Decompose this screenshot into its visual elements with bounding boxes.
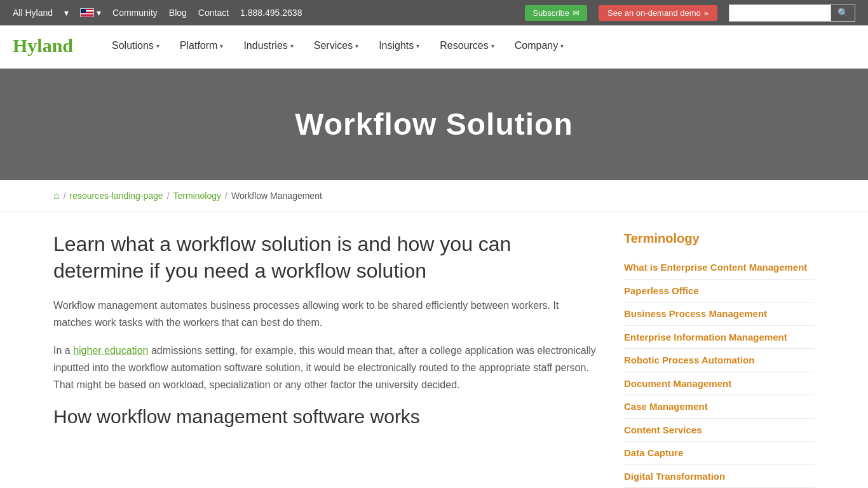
breadcrumb-home-link[interactable]: ⌂ (53, 190, 60, 201)
chevron-down-icon: ▾ (560, 43, 564, 50)
nav-insights[interactable]: Insights ▾ (369, 25, 430, 68)
breadcrumb-separator: / (167, 191, 170, 201)
community-link[interactable]: Community (112, 8, 158, 18)
content-area: Learn what a workflow solution is and ho… (0, 212, 868, 488)
breadcrumb-resources-link[interactable]: resources-landing-page (70, 191, 163, 201)
sidebar-link-rpa[interactable]: Robotic Process Automation (624, 349, 815, 372)
chevron-down-icon: ▾ (416, 43, 419, 50)
nav-platform[interactable]: Platform ▾ (170, 25, 234, 68)
nav-resources[interactable]: Resources ▾ (430, 25, 504, 68)
arrow-icon: » (704, 8, 709, 18)
home-icon: ⌂ (53, 190, 60, 201)
blog-link[interactable]: Blog (169, 8, 187, 18)
sidebar: Terminology What is Enterprise Content M… (624, 231, 815, 488)
chevron-down-icon: ▾ (355, 43, 358, 50)
breadcrumb: ⌂ / resources-landing-page / Terminology… (0, 180, 868, 212)
article-intro: Workflow management automates business p… (53, 297, 599, 331)
breadcrumb-current: Workflow Management (231, 191, 322, 201)
nav-services[interactable]: Services ▾ (304, 25, 369, 68)
contact-link[interactable]: Contact (198, 8, 229, 18)
search-input[interactable] (729, 4, 831, 22)
language-selector[interactable]: ▾ (80, 8, 101, 18)
logo-text: Hyland (13, 41, 89, 61)
main-nav: Hyland Solutions ▾ Platform ▾ Industries… (0, 25, 868, 69)
search-button[interactable]: 🔍 (831, 4, 855, 22)
sidebar-link-digital-transformation[interactable]: Digital Transformation (624, 465, 815, 489)
nav-solutions[interactable]: Solutions ▾ (102, 25, 170, 68)
higher-education-link[interactable]: higher education (73, 345, 148, 356)
sidebar-link-paperless[interactable]: Paperless Office (624, 280, 815, 303)
chevron-down-icon: ▾ (491, 43, 494, 50)
hero-section: Workflow Solution (0, 69, 868, 180)
chevron-down-icon: ▾ (220, 43, 223, 50)
sidebar-link-bpm[interactable]: Business Process Management (624, 302, 815, 326)
sidebar-title: Terminology (624, 231, 815, 246)
sidebar-link-document-management[interactable]: Document Management (624, 372, 815, 396)
breadcrumb-separator: / (64, 191, 66, 201)
search-icon: 🔍 (837, 8, 848, 18)
breadcrumb-separator: / (225, 191, 227, 201)
demo-button[interactable]: See an on-demand demo » (599, 5, 717, 21)
article: Learn what a workflow solution is and ho… (53, 231, 599, 488)
article-paragraph1-prefix: In a (53, 345, 73, 356)
nav-industries[interactable]: Industries ▾ (233, 25, 303, 68)
envelope-icon: ✉ (573, 8, 580, 18)
svg-text:Hyland: Hyland (13, 35, 73, 56)
sidebar-link-eim[interactable]: Enterprise Information Management (624, 326, 815, 349)
article-subheading: How workflow management software works (53, 406, 599, 428)
sidebar-link-ecm[interactable]: What is Enterprise Content Management (624, 256, 815, 280)
chevron-down-icon: ▾ (156, 43, 159, 50)
subscribe-label: Subscribe (532, 8, 569, 18)
article-paragraph1: In a higher education admissions setting… (53, 342, 599, 394)
phone-link[interactable]: 1.888.495.2638 (240, 8, 302, 18)
subscribe-button[interactable]: Subscribe ✉ (525, 5, 587, 21)
search-bar: 🔍 (729, 4, 855, 22)
chevron-down-icon: ▾ (97, 8, 101, 18)
nav-company[interactable]: Company ▾ (505, 25, 574, 68)
sidebar-link-case-management[interactable]: Case Management (624, 395, 815, 419)
hyland-logo-svg: Hyland (13, 32, 89, 57)
logo[interactable]: Hyland (13, 32, 89, 62)
hero-title: Workflow Solution (295, 107, 573, 142)
us-flag-icon (80, 8, 94, 17)
nav-items: Solutions ▾ Platform ▾ Industries ▾ Serv… (102, 25, 574, 68)
sidebar-link-data-capture[interactable]: Data Capture (624, 442, 815, 465)
breadcrumb-terminology-link[interactable]: Terminology (173, 191, 221, 201)
demo-label: See an on-demand demo (607, 8, 701, 18)
utility-bar: All Hyland ▾ ▾ Community Blog Contact 1.… (0, 0, 868, 25)
all-hyland-link[interactable]: All Hyland (13, 8, 53, 18)
chevron-down-icon: ▾ (64, 8, 69, 18)
sidebar-link-content-services[interactable]: Content Services (624, 419, 815, 442)
chevron-down-icon: ▾ (290, 43, 294, 50)
article-heading: Learn what a workflow solution is and ho… (53, 231, 599, 284)
